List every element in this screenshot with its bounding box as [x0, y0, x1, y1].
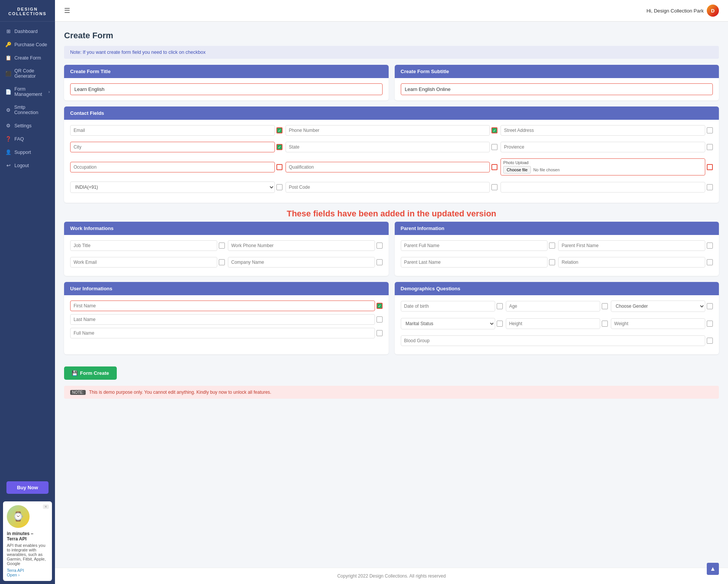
full-name-input[interactable]: [70, 328, 375, 338]
extra-input[interactable]: [500, 182, 705, 193]
company-name-checkbox[interactable]: [377, 259, 383, 265]
form-subtitle-input[interactable]: [401, 83, 713, 95]
dob-checkbox[interactable]: [497, 303, 503, 309]
header-user-text: Hi, Design Collection Park: [646, 8, 704, 14]
parent-firstname-checkbox[interactable]: [707, 243, 713, 249]
ad-close-icon[interactable]: ✕: [43, 504, 49, 509]
phone-prefix-checkbox[interactable]: [276, 184, 282, 190]
email-checkbox[interactable]: ✓: [276, 127, 282, 133]
street-checkbox[interactable]: [707, 127, 713, 133]
height-checkbox[interactable]: [602, 321, 608, 327]
occupation-input[interactable]: [70, 162, 275, 172]
sidebar-item-smtp[interactable]: ⚙ Smtp Connection: [0, 101, 55, 119]
full-name-checkbox[interactable]: [377, 330, 383, 336]
parent-firstname-input[interactable]: [558, 240, 705, 251]
form-create-button[interactable]: 💾 Form Create: [64, 366, 117, 380]
occupation-checkbox[interactable]: [276, 164, 282, 170]
faq-icon: ❓: [5, 136, 11, 142]
sidebar-item-dashboard[interactable]: ⊞ Dashboard: [0, 25, 55, 38]
provience-input[interactable]: [500, 142, 705, 152]
chevron-right-icon: ›: [49, 90, 50, 94]
work-email-input[interactable]: [70, 257, 217, 268]
ad-open-link[interactable]: Open ›: [7, 573, 20, 577]
first-name-checkbox[interactable]: ✓: [377, 303, 383, 309]
parent-info-card: Parent Information: [395, 222, 719, 276]
age-input[interactable]: [506, 301, 600, 312]
weight-input[interactable]: [611, 318, 705, 329]
logout-icon: ↩: [5, 163, 11, 168]
footer-text: Copyright 2022 Design Collections. All r…: [337, 573, 446, 579]
sidebar-item-settings[interactable]: ⚙ Settings: [0, 119, 55, 132]
annotation-label: These fields have been added in the upda…: [287, 209, 496, 218]
occupation-field-row: [70, 158, 282, 175]
provience-checkbox[interactable]: [707, 144, 713, 150]
sidebar-item-support[interactable]: 👤 Support: [0, 146, 55, 159]
extra-checkbox[interactable]: [707, 184, 713, 190]
work-phone-checkbox[interactable]: [377, 243, 383, 249]
phone-prefix-select[interactable]: INDIA(+91) +1 USA +44 UK: [70, 182, 275, 193]
last-name-row: [70, 314, 383, 325]
gender-checkbox[interactable]: [707, 303, 713, 309]
marital-status-select[interactable]: Marital Status Single Married Divorced: [401, 318, 495, 329]
ad-image: ⌚: [7, 505, 30, 528]
street-input[interactable]: [500, 125, 705, 136]
first-name-input[interactable]: [70, 301, 375, 311]
sidebar-item-faq[interactable]: ❓ FAQ: [0, 132, 55, 146]
postcode-checkbox[interactable]: [491, 184, 497, 190]
parent-lastname-checkbox[interactable]: [549, 259, 555, 265]
parent-lastname-input[interactable]: [401, 257, 548, 268]
form-subtitle-card: Create Form Subtitle: [395, 65, 719, 100]
relation-input[interactable]: [558, 257, 705, 268]
sidebar-item-create-form[interactable]: 📋 Create Form: [0, 51, 55, 64]
postcode-input[interactable]: [286, 182, 490, 193]
parent-fullname-input[interactable]: [401, 240, 548, 251]
choose-file-button[interactable]: Choose file: [503, 166, 531, 174]
marital-status-checkbox[interactable]: [497, 321, 503, 327]
parent-lastname-row: [401, 257, 555, 268]
state-input[interactable]: [286, 142, 490, 152]
scroll-top-button[interactable]: ▲: [707, 563, 719, 575]
blood-group-input[interactable]: [401, 335, 706, 346]
last-name-checkbox[interactable]: [377, 316, 383, 323]
height-input[interactable]: [506, 318, 600, 329]
last-name-input[interactable]: [70, 314, 375, 325]
work-phone-input[interactable]: [228, 240, 375, 251]
sidebar-label-form-management: Form Management: [14, 86, 46, 97]
menu-toggle-button[interactable]: ☰: [64, 6, 70, 15]
sidebar-item-qr-code[interactable]: ⬛ QR Code Generator: [0, 64, 55, 83]
email-input[interactable]: [70, 125, 275, 136]
gender-select[interactable]: Choose Gender Male Female Other: [611, 301, 705, 312]
photo-upload-label: Photo Upload: [503, 160, 703, 165]
qualification-checkbox[interactable]: [491, 164, 497, 170]
weight-checkbox[interactable]: [707, 321, 713, 327]
photo-checkbox[interactable]: [707, 164, 713, 170]
relation-checkbox[interactable]: [707, 259, 713, 265]
user-info-card: User Informations ✓: [64, 282, 389, 354]
sidebar-item-form-management[interactable]: 📄 Form Management ›: [0, 83, 55, 101]
job-title-checkbox[interactable]: [219, 243, 225, 249]
blood-group-checkbox[interactable]: [707, 338, 713, 344]
sidebar-label-create-form: Create Form: [14, 55, 41, 61]
sidebar-item-logout[interactable]: ↩ Logout: [0, 159, 55, 172]
age-checkbox[interactable]: [602, 303, 608, 309]
state-checkbox[interactable]: [491, 144, 497, 150]
contact-fields-body: ✓ ✓ ✓: [64, 120, 719, 203]
job-title-row: [70, 240, 225, 251]
parent-fullname-checkbox[interactable]: [549, 243, 555, 249]
city-checkbox[interactable]: ✓: [276, 144, 282, 150]
city-input[interactable]: [70, 142, 275, 152]
parent-info-header: Parent Information: [395, 222, 719, 235]
sidebar-label-support: Support: [14, 150, 31, 155]
company-name-input[interactable]: [228, 257, 375, 268]
ad-link[interactable]: Terra API: [7, 568, 24, 573]
qualification-input[interactable]: [286, 162, 490, 172]
buy-now-button[interactable]: Buy Now: [6, 481, 49, 494]
job-title-input[interactable]: [70, 240, 217, 251]
work-email-checkbox[interactable]: [219, 259, 225, 265]
phone-checkbox[interactable]: ✓: [491, 127, 497, 133]
sidebar-label-dashboard: Dashboard: [14, 29, 38, 34]
phone-input[interactable]: [286, 125, 490, 136]
dob-input[interactable]: [401, 301, 495, 312]
sidebar-item-purchase-code[interactable]: 🔑 Purchase Code: [0, 38, 55, 51]
form-title-input[interactable]: [70, 83, 383, 95]
